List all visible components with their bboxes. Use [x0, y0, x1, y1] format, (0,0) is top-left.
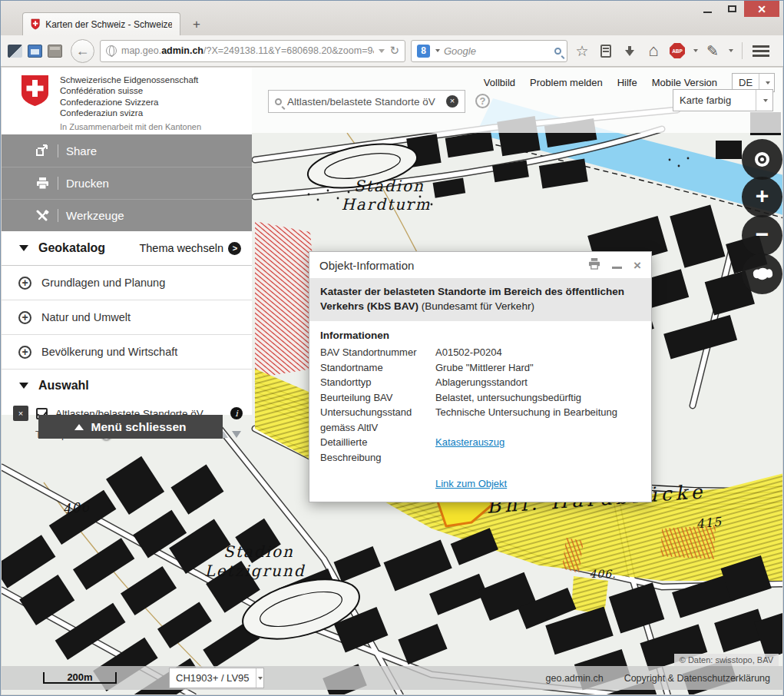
pinned-app-icon-1[interactable]	[8, 45, 22, 58]
switzerland-icon	[751, 267, 774, 282]
abp-badge: ABP	[670, 43, 685, 58]
clipboard-icon	[600, 45, 611, 58]
popup-info-rows: BAV StandortnummerA01502-P0204Standortna…	[320, 345, 640, 465]
popup-header[interactable]: Objekt-Information ×	[309, 252, 651, 278]
minimize-icon	[703, 12, 712, 13]
map-label: Stadion	[354, 177, 425, 195]
share-button[interactable]: Share	[2, 134, 252, 167]
auswahl-header[interactable]: Auswahl	[2, 370, 252, 402]
adblock-dropdown-icon[interactable]	[693, 49, 698, 52]
window-maximize-button[interactable]	[719, 1, 744, 17]
pinned-app-icon-3[interactable]	[48, 45, 62, 58]
url-bar[interactable]: map.geo.admin.ch/?X=249138.11&Y=680698.2…	[100, 40, 405, 62]
expand-plus-icon[interactable]: +	[18, 277, 31, 290]
pinned-app-icon-2[interactable]	[28, 45, 42, 58]
extension-icon[interactable]: ✎	[703, 42, 722, 60]
window-minimize-button[interactable]	[695, 1, 719, 17]
google-search-engine-icon[interactable]: 8	[417, 45, 430, 58]
header-link-mobile-version[interactable]: Mobile Version	[652, 77, 717, 88]
downloads-icon[interactable]	[620, 45, 639, 56]
info-row: Beurteilung BAVBelastet, untersuchungsbe…	[320, 390, 640, 406]
default-extent-button[interactable]	[742, 254, 782, 294]
bookmarks-menu-icon[interactable]	[597, 45, 615, 58]
bottom-bar: 200m CH1903+ / LV95 geo.admin.ch Copyrig…	[2, 666, 782, 690]
catalog-item-label: Bevölkerung und Wirtschaft	[41, 346, 177, 358]
search-help-button[interactable]: ?	[475, 94, 490, 108]
info-value: Ablagerungsstandort	[435, 375, 640, 390]
menu-hamburger-button[interactable]	[753, 45, 769, 57]
clear-search-button[interactable]: ×	[446, 95, 458, 108]
info-row: Untersuchungsstand gemäss AltlVTechnisch…	[320, 405, 640, 435]
header-link-hilfe[interactable]: Hilfe	[617, 77, 637, 88]
arrow-right-icon: >	[228, 242, 241, 255]
footer-copyright-link[interactable]: Copyright & Datenschutzerklärung	[624, 673, 770, 684]
print-button[interactable]: Drucken	[2, 167, 252, 199]
remove-layer-button[interactable]: ×	[13, 406, 28, 421]
object-link[interactable]: Link zum Objekt	[435, 478, 507, 489]
sidebar: Schweizerische EidgenossenschaftConfédér…	[2, 68, 252, 415]
close-menu-button[interactable]: Menü schliessen	[38, 415, 223, 439]
back-button[interactable]: ←	[71, 39, 94, 63]
switch-theme-label: Thema wechseln	[139, 242, 223, 254]
url-text[interactable]: map.geo.admin.ch/?X=249138.11&Y=680698.2…	[121, 45, 374, 56]
close-menu-label: Menü schliessen	[91, 420, 186, 434]
geolocate-button[interactable]	[742, 139, 782, 180]
zoom-in-button[interactable]: +	[742, 177, 782, 217]
switch-theme-link[interactable]: Thema wechseln >	[139, 242, 241, 255]
info-row: StandortnameGrube "Mittlerer Hard"	[320, 360, 640, 376]
expand-plus-icon[interactable]: +	[18, 346, 31, 359]
triangle-up-icon	[74, 424, 84, 430]
map-style-select[interactable]: Karte farbig	[673, 89, 773, 111]
popup-minimize-button[interactable]	[612, 267, 622, 269]
app-header: VollbildProblem meldenHilfeMobile Versio…	[252, 68, 782, 133]
site-identity-globe-icon[interactable]	[106, 45, 117, 56]
home-button[interactable]: ⌂	[644, 41, 663, 61]
reload-button[interactable]: ↻	[389, 44, 399, 58]
projection-select[interactable]: CH1903+ / LV95	[169, 668, 264, 688]
catalog-item[interactable]: +Natur und Umwelt	[2, 300, 252, 335]
maximize-icon	[728, 5, 736, 12]
popup-close-button[interactable]: ×	[633, 259, 641, 272]
tools-label: Werkzeuge	[66, 209, 124, 222]
tools-icon	[35, 210, 50, 222]
catalog-item[interactable]: +Bevölkerung und Wirtschaft	[2, 335, 252, 370]
url-dropdown-icon[interactable]	[379, 49, 385, 53]
header-link-vollbild[interactable]: Vollbild	[484, 77, 515, 88]
expand-plus-icon[interactable]: +	[18, 311, 31, 324]
info-value: A01502-P0204	[435, 345, 640, 360]
org-name-lines: Schweizerische EidgenossenschaftConfédér…	[60, 75, 201, 119]
minus-icon: −	[756, 223, 769, 246]
popup-print-button[interactable]	[588, 258, 600, 273]
cooperation-note: In Zusammenarbeit mit den Kantonen	[60, 122, 201, 131]
map-label: 406.	[589, 568, 616, 580]
bookmark-star-icon[interactable]: ☆	[573, 42, 591, 60]
map-search-value[interactable]: Altlasten/belastete Standorte öV	[287, 96, 441, 108]
header-link-problem-melden[interactable]: Problem melden	[530, 77, 603, 88]
extension-dropdown-icon[interactable]	[729, 49, 733, 52]
adblock-icon[interactable]: ABP	[668, 43, 686, 58]
tools-button[interactable]: Werkzeuge	[2, 199, 252, 231]
search-bar[interactable]: 8 Google	[411, 40, 567, 62]
new-tab-button[interactable]: +	[187, 15, 206, 34]
map-label: Hardturm	[341, 195, 431, 214]
browser-tab[interactable]: Karten der Schweiz - Schweize...	[22, 12, 180, 35]
search-magnifier-icon[interactable]	[554, 48, 561, 55]
layer-info-icon[interactable]: i	[230, 407, 243, 419]
katasterauszug-link[interactable]: Katasterauszug	[435, 436, 504, 448]
swiss-shield-logo	[21, 75, 49, 107]
map-label: 406	[62, 499, 92, 517]
geokatalog-header[interactable]: Geokatalog Thema wechseln >	[2, 231, 252, 266]
info-label: Untersuchungsstand gemäss AltlV	[320, 405, 435, 435]
search-engine-dropdown-icon[interactable]	[435, 49, 440, 52]
catalog-item[interactable]: +Grundlagen und Planung	[2, 266, 252, 300]
search-placeholder[interactable]: Google	[444, 45, 551, 57]
map-attribution[interactable]: © Daten: swisstopo, BAV	[674, 654, 779, 666]
zoom-out-button[interactable]: −	[742, 215, 782, 256]
map-viewport: StadionHardturmBhf. HardbrückeStadionLet…	[2, 68, 782, 694]
footer-site-link[interactable]: geo.admin.ch	[546, 673, 604, 684]
collapse-triangle-icon	[19, 245, 28, 251]
map-search-input[interactable]: Altlasten/belastete Standorte öV ×	[268, 90, 465, 113]
scale-bar: 200m	[43, 672, 117, 684]
move-layer-down-icon[interactable]	[232, 431, 241, 438]
window-close-button[interactable]: ✕	[744, 1, 779, 17]
